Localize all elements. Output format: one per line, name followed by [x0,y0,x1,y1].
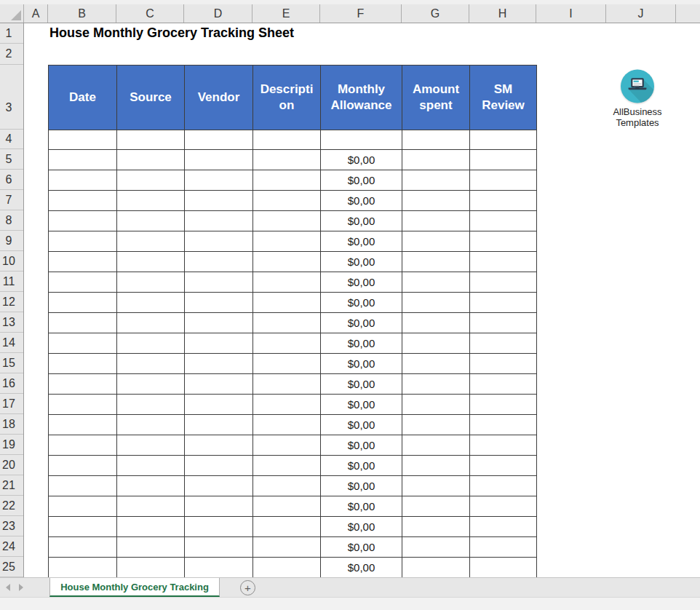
cell-amount-spent[interactable] [402,415,470,435]
table-header-cell[interactable]: Source [117,66,185,130]
cell-source[interactable] [117,435,185,456]
cell-amount-spent[interactable] [402,435,470,456]
cell-source[interactable] [117,517,185,537]
cell-sm-review[interactable] [470,313,537,333]
row-header[interactable]: 3 [0,65,23,130]
cell-sm-review[interactable] [470,517,537,537]
column-header[interactable]: H [469,4,536,23]
cell-description[interactable] [253,496,321,517]
cell-vendor[interactable] [185,496,253,517]
cell-source[interactable] [117,558,185,578]
tab-scroll-right-icon[interactable] [19,584,23,591]
cell-monthly-allowance[interactable]: $0,00 [321,456,402,476]
cell-sm-review[interactable] [470,374,537,395]
cell-vendor[interactable] [185,517,253,537]
cell-date[interactable] [49,456,117,476]
cell-vendor[interactable] [185,558,253,578]
row-header[interactable]: 16 [0,373,23,394]
cell-monthly-allowance[interactable]: $0,00 [321,272,402,293]
row-header[interactable]: 14 [0,333,23,353]
cell-amount-spent[interactable] [402,476,470,496]
cell-source[interactable] [117,496,185,517]
row-header[interactable]: 7 [0,190,23,210]
cell-sm-review[interactable] [470,476,537,496]
column-header[interactable]: A [24,4,48,23]
cell-monthly-allowance[interactable]: $0,00 [321,435,402,456]
row-header[interactable]: 12 [0,292,23,312]
table-header-cell[interactable]: Descripti on [253,66,321,130]
cell-source[interactable] [117,252,185,272]
table-header-cell[interactable]: Vendor [185,66,253,130]
cell-source[interactable] [117,130,185,150]
row-header[interactable]: 18 [0,414,23,435]
cell-description[interactable] [253,313,321,333]
row-header[interactable]: 8 [0,210,23,231]
row-header[interactable]: 2 [0,44,23,65]
row-header[interactable]: 23 [0,516,23,536]
cell-amount-spent[interactable] [402,496,470,517]
cell-monthly-allowance[interactable]: $0,00 [321,395,402,415]
cell-monthly-allowance[interactable]: $0,00 [321,476,402,496]
row-header[interactable]: 5 [0,149,23,170]
cell-source[interactable] [117,354,185,374]
column-header[interactable]: B [48,4,116,23]
column-header[interactable]: D [184,4,252,23]
cell-amount-spent[interactable] [402,456,470,476]
cell-sm-review[interactable] [470,130,537,150]
cell-vendor[interactable] [185,231,253,252]
cell-amount-spent[interactable] [402,537,470,558]
cell-amount-spent[interactable] [402,558,470,578]
row-header[interactable]: 9 [0,231,23,251]
cell-amount-spent[interactable] [402,170,470,191]
tab-scroll-left-icon[interactable] [6,584,10,591]
cell-amount-spent[interactable] [402,517,470,537]
table-header-cell[interactable]: Date [49,66,117,130]
cell-source[interactable] [117,537,185,558]
cell-description[interactable] [253,293,321,313]
row-header[interactable]: 10 [0,251,23,272]
cell-sm-review[interactable] [470,415,537,435]
cell-date[interactable] [49,130,117,150]
cell-amount-spent[interactable] [402,231,470,252]
cell-date[interactable] [49,211,117,231]
cell-vendor[interactable] [185,476,253,496]
cell-description[interactable] [253,252,321,272]
cell-sm-review[interactable] [470,354,537,374]
row-header[interactable]: 22 [0,496,23,516]
cell-sm-review[interactable] [470,170,537,191]
cell-vendor[interactable] [185,374,253,395]
cell-sm-review[interactable] [470,558,537,578]
cell-source[interactable] [117,374,185,395]
cell-vendor[interactable] [185,456,253,476]
cell-description[interactable] [253,435,321,456]
cell-monthly-allowance[interactable]: $0,00 [321,170,402,191]
cell-vendor[interactable] [185,537,253,558]
cell-date[interactable] [49,272,117,293]
cell-monthly-allowance[interactable]: $0,00 [321,333,402,354]
cell-description[interactable] [253,374,321,395]
cell-date[interactable] [49,170,117,191]
cell-description[interactable] [253,150,321,170]
cell-monthly-allowance[interactable]: $0,00 [321,293,402,313]
cell-sm-review[interactable] [470,456,537,476]
cell-description[interactable] [253,170,321,191]
cell-vendor[interactable] [185,150,253,170]
row-header[interactable]: 4 [0,130,23,149]
sheet-tab-active[interactable]: House Monthly Grocery Tracking [49,578,220,597]
cell-sm-review[interactable] [470,252,537,272]
cell-description[interactable] [253,558,321,578]
cell-source[interactable] [117,211,185,231]
cell-monthly-allowance[interactable]: $0,00 [321,313,402,333]
cell-description[interactable] [253,211,321,231]
cell-vendor[interactable] [185,313,253,333]
row-header[interactable]: 21 [0,475,23,496]
cell-date[interactable] [49,252,117,272]
cell-date[interactable] [49,537,117,558]
cell-amount-spent[interactable] [402,211,470,231]
column-header[interactable]: J [606,4,676,23]
cell-date[interactable] [49,333,117,354]
cell-monthly-allowance[interactable]: $0,00 [321,537,402,558]
cell-date[interactable] [49,231,117,252]
cell-description[interactable] [253,395,321,415]
cell-date[interactable] [49,313,117,333]
